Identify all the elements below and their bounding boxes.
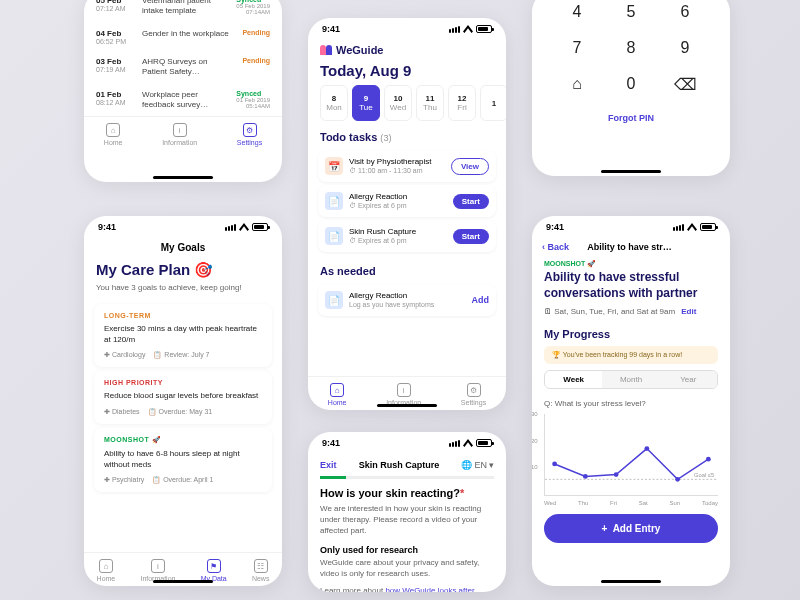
sync-row[interactable]: 01 Feb08:12 AMWorkplace peer feedback su… <box>84 84 282 117</box>
num-key-9[interactable]: 9 <box>660 32 710 64</box>
question-subhead: Only used for research <box>308 543 506 557</box>
brand-logo: WeGuide <box>308 40 506 60</box>
task-action-button[interactable]: View <box>451 158 489 175</box>
info-icon: i <box>173 123 187 137</box>
tab-mydata[interactable]: ⚑My Data <box>201 559 227 582</box>
task-card[interactable]: 📅Visit by Physiotherapist⏱ 11:00 am - 11… <box>318 150 496 182</box>
svg-text:Goal ≤5: Goal ≤5 <box>694 473 714 479</box>
date-cell[interactable]: 10Wed <box>384 85 412 121</box>
tab-information[interactable]: iInformation <box>162 123 197 146</box>
survey-header: Exit Skin Rush Capture 🌐EN ▾ <box>308 454 506 476</box>
svg-point-2 <box>552 462 557 467</box>
tab-information[interactable]: iInformation <box>386 383 421 406</box>
num-key-4[interactable]: 4 <box>552 0 602 28</box>
logo-icon <box>320 45 332 55</box>
tab-home[interactable]: ⌂Home <box>328 383 347 406</box>
question-body-2: WeGuide care about your privacy and safe… <box>308 557 506 585</box>
home-indicator <box>153 580 213 583</box>
svg-point-4 <box>614 472 619 477</box>
signal-icon <box>225 224 236 231</box>
task-icon: 📅 <box>325 157 343 175</box>
task-card[interactable]: 📄Skin Rush Capture⏱ Expires at 6 pmStart <box>318 220 496 252</box>
num-key-5[interactable]: 5 <box>606 0 656 28</box>
backspace-key[interactable]: ⌫ <box>660 68 710 101</box>
add-button[interactable]: Add <box>472 295 490 305</box>
keypad: 456789⌂0⌫ <box>532 0 730 107</box>
svg-point-6 <box>675 477 680 482</box>
seg-week[interactable]: Week <box>545 371 602 388</box>
exit-button[interactable]: Exit <box>320 460 337 470</box>
wifi-icon <box>239 223 249 231</box>
add-entry-button[interactable]: + Add Entry <box>544 514 718 543</box>
question-title: How is your skin reacting?* <box>308 479 506 503</box>
sync-row[interactable]: 04 Feb06:52 PMGender in the workplacePen… <box>84 23 282 51</box>
date-cell[interactable]: 1 <box>480 85 506 121</box>
globe-icon: 🌐 <box>461 460 472 470</box>
page-subtitle: You have 3 goals to achieve, keep going! <box>84 283 282 300</box>
home-icon: ⌂ <box>106 123 120 137</box>
task-action-button[interactable]: Start <box>453 229 489 244</box>
seg-year[interactable]: Year <box>660 371 717 388</box>
goal-detail-screen: 9:41 ‹ BackAbility to have str… MOONSHOT… <box>532 216 730 586</box>
sync-row[interactable]: 03 Feb07:19 AMAHRQ Surveys on Patient Sa… <box>84 51 282 84</box>
section-header-todo: Todo tasks (3) <box>308 121 506 147</box>
goal-card[interactable]: MOONSHOT 🚀Ability to have 6-8 hours slee… <box>94 428 272 492</box>
chart-x-labels: WedThuFriSatSunToday <box>532 500 730 506</box>
task-card[interactable]: 📄Allergy Reaction⏱ Expires at 6 pmStart <box>318 185 496 217</box>
home-today-screen: 9:41 WeGuide Today, Aug 9 8Mon9Tue10Wed1… <box>308 18 506 410</box>
goal-card[interactable]: HIGH PRIORITYReduce blood sugar levels b… <box>94 371 272 423</box>
progress-header: My Progress <box>532 324 730 344</box>
faceid-key[interactable]: ⌂ <box>552 68 602 101</box>
screen-header: My Goals <box>84 238 282 257</box>
task-action-button[interactable]: Start <box>453 194 489 209</box>
num-key-8[interactable]: 8 <box>606 32 656 64</box>
sync-log-screen: 05 Feb07:12 AMVeterinarian patient intak… <box>84 0 282 182</box>
battery-icon <box>252 223 268 231</box>
goal-title: Ability to have stressful conversations … <box>532 268 730 307</box>
streak-banner: 🏆 You've been tracking 99 days in a row! <box>544 346 718 364</box>
question-body-3: Learn more about how WeGuide looks after <box>308 585 506 592</box>
survey-screen: 9:41 Exit Skin Rush Capture 🌐EN ▾ How is… <box>308 432 506 592</box>
tab-settings[interactable]: ⚙Settings <box>237 123 262 146</box>
tab-news[interactable]: ☷News <box>252 559 270 582</box>
svg-point-5 <box>644 446 649 451</box>
edit-schedule-button[interactable]: Edit <box>681 307 696 316</box>
section-header-asneeded: As needed <box>308 255 506 281</box>
seg-month[interactable]: Month <box>602 371 659 388</box>
privacy-link[interactable]: how WeGuide looks after <box>385 586 474 592</box>
num-key-6[interactable]: 6 <box>660 0 710 28</box>
language-selector[interactable]: 🌐EN ▾ <box>461 460 494 470</box>
svg-point-3 <box>583 474 588 479</box>
gear-icon: ⚙ <box>243 123 257 137</box>
status-bar: 9:41 <box>84 216 282 238</box>
num-key-7[interactable]: 7 <box>552 32 602 64</box>
tab-home[interactable]: ⌂Home <box>104 123 123 146</box>
tab-bar: ⌂Home iInformation ⚙Settings <box>84 116 282 150</box>
range-segment[interactable]: WeekMonthYear <box>544 370 718 389</box>
goal-card[interactable]: LONG-TERMExercise 30 mins a day with pea… <box>94 304 272 367</box>
date-cell[interactable]: 9Tue <box>352 85 380 121</box>
care-plan-screen: 9:41 My Goals My Care Plan 🎯 You have 3 … <box>84 216 282 586</box>
date-scroller[interactable]: 8Mon9Tue10Wed11Thu12Fri1 <box>308 85 506 121</box>
form-icon: 📄 <box>325 291 343 309</box>
back-button[interactable]: ‹ Back <box>542 242 569 252</box>
home-indicator <box>153 176 213 179</box>
sync-row[interactable]: 05 Feb07:12 AMVeterinarian patient intak… <box>84 0 282 23</box>
date-cell[interactable]: 12Fri <box>448 85 476 121</box>
task-icon: 📄 <box>325 227 343 245</box>
tab-settings[interactable]: ⚙Settings <box>461 383 486 406</box>
schedule-row: 🗓 Sat, Sun, Tue, Fri, and Sat at 9amEdit <box>532 307 730 324</box>
tab-information[interactable]: iInformation <box>140 559 175 582</box>
page-title: Today, Aug 9 <box>308 60 506 85</box>
date-cell[interactable]: 8Mon <box>320 85 348 121</box>
num-key-0[interactable]: 0 <box>606 68 656 101</box>
line-chart: 302010 Goal ≤5 <box>544 414 718 496</box>
survey-title: Skin Rush Capture <box>359 460 440 470</box>
task-icon: 📄 <box>325 192 343 210</box>
asneeded-task[interactable]: 📄 Allergy ReactionLog as you have sympto… <box>318 284 496 316</box>
forgot-pin-link[interactable]: Forgot PIN <box>532 107 730 129</box>
tab-home[interactable]: ⌂Home <box>97 559 116 582</box>
nav-header: ‹ BackAbility to have str… <box>532 238 730 256</box>
date-cell[interactable]: 11Thu <box>416 85 444 121</box>
svg-point-7 <box>706 457 711 462</box>
